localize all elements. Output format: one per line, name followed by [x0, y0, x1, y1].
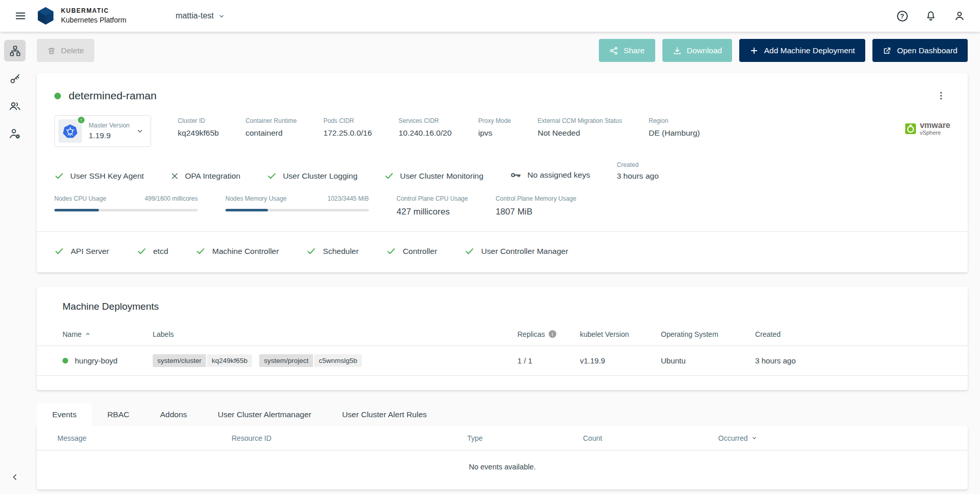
- brand-name: KUBERMATIC: [61, 7, 127, 15]
- download-button[interactable]: Download: [662, 39, 733, 62]
- members-icon: [9, 100, 21, 112]
- delete-button[interactable]: Delete: [37, 39, 94, 62]
- metric-nodes-memory: Nodes Memory Usage 1023/3445 MiB: [225, 195, 369, 211]
- info-container-runtime: Container Runtime containerd: [245, 115, 297, 138]
- master-version-value: 1.19.9: [89, 131, 130, 140]
- master-version-label: Master Version: [89, 122, 130, 129]
- project-selector[interactable]: mattia-test: [176, 11, 225, 20]
- top-navbar: KUBERMATIC Kubernetes Platform mattia-te…: [0, 0, 980, 32]
- sidebar-item-ssh-keys[interactable]: [4, 68, 26, 89]
- column-header-replicas: Replicas i: [517, 330, 580, 338]
- cluster-card: determined-raman ↑: [37, 73, 968, 272]
- health-scheduler: Scheduler: [306, 246, 359, 256]
- project-name: mattia-test: [176, 11, 214, 20]
- brand-subtitle: Kubernetes Platform: [61, 15, 127, 25]
- check-icon: [137, 246, 147, 256]
- help-icon[interactable]: ?: [893, 7, 911, 25]
- help-glyph: ?: [897, 11, 908, 22]
- deployment-created: 3 hours ago: [755, 356, 950, 365]
- column-header-operating-system: Operating System: [661, 330, 755, 338]
- open-dashboard-button[interactable]: Open Dashboard: [872, 39, 968, 62]
- deployment-replicas: 1 / 1: [517, 356, 580, 365]
- machine-deployment-row[interactable]: hungry-boyd system/cluster kq249kf65b sy…: [37, 346, 968, 376]
- clusters-icon: [9, 45, 21, 57]
- hamburger-menu-icon[interactable]: [11, 7, 30, 25]
- provider-product: vSphere: [920, 130, 950, 136]
- check-icon: [306, 246, 316, 256]
- check-icon: [196, 246, 205, 256]
- kubermatic-logo-icon: [36, 6, 55, 26]
- provider-vsphere-logo: vmware vSphere: [905, 115, 950, 136]
- column-header-count: Count: [583, 434, 718, 442]
- chevron-down-icon: [218, 13, 225, 19]
- health-machine-controller: Machine Controller: [196, 246, 279, 256]
- machine-deployments-card: Machine Deployments Name Labels Replicas…: [37, 287, 968, 390]
- deployment-name: hungry-boyd: [75, 356, 117, 365]
- left-sidebar: [0, 32, 30, 494]
- add-machine-deployment-button[interactable]: Add Machine Deployment: [739, 39, 865, 62]
- metric-control-plane-cpu: Control Plane CPU Usage 427 millicores: [397, 195, 468, 217]
- info-proxy-mode: Proxy Mode ipvs: [478, 115, 511, 138]
- plus-icon: [749, 46, 759, 55]
- column-header-name[interactable]: Name: [62, 330, 153, 338]
- column-header-type: Type: [467, 434, 583, 442]
- column-header-kubelet-version: kubelet Version: [580, 330, 661, 338]
- column-header-occurred[interactable]: Occurred: [718, 434, 950, 442]
- feature-opa-integration: OPA Integration: [171, 171, 240, 181]
- column-header-resource-id: Resource ID: [232, 434, 467, 442]
- sidebar-item-service-accounts[interactable]: [4, 123, 26, 144]
- machine-deployments-title: Machine Deployments: [62, 301, 968, 312]
- download-button-label: Download: [687, 46, 722, 55]
- vsphere-icon: [905, 123, 916, 134]
- chevron-down-icon: [136, 127, 143, 135]
- check-icon: [386, 246, 396, 256]
- check-icon: [384, 171, 394, 181]
- trash-icon: [47, 46, 56, 55]
- sidebar-collapse-button[interactable]: [4, 466, 26, 488]
- cluster-metrics-row: Nodes CPU Usage 499/1600 millicores Node…: [54, 195, 950, 217]
- cluster-features-row: User SSH Key Agent OPA Integration User …: [54, 161, 950, 181]
- health-user-controller-manager: User Controller Manager: [465, 246, 568, 256]
- sort-asc-icon: [85, 331, 91, 337]
- ssh-keys-status: No assigned keys: [510, 169, 590, 181]
- check-icon: [267, 171, 277, 181]
- tab-addons[interactable]: Addons: [144, 403, 202, 426]
- feature-user-cluster-logging: User Cluster Logging: [267, 171, 358, 181]
- label-chip: system/project c5wnmslg5b: [259, 354, 362, 367]
- master-version-dropdown[interactable]: ↑ Master Version 1.19.9: [54, 115, 151, 147]
- events-panel: Message Resource ID Type Count Occurred …: [37, 426, 968, 489]
- metric-control-plane-memory: Control Plane Memory Usage 1807 MiB: [495, 195, 576, 217]
- cluster-menu-kebab-icon[interactable]: [932, 87, 950, 105]
- deployment-kubelet-version: v1.19.9: [580, 356, 661, 365]
- check-icon: [54, 171, 64, 181]
- machine-deployments-table-header: Name Labels Replicas i kubelet Version O…: [37, 323, 968, 346]
- tab-user-cluster-alert-rules[interactable]: User Cluster Alert Rules: [327, 403, 442, 426]
- tab-rbac[interactable]: RBAC: [92, 403, 144, 426]
- service-accounts-icon: [9, 127, 21, 140]
- tab-user-cluster-alertmanager[interactable]: User Cluster Alertmanager: [202, 403, 327, 426]
- check-icon: [54, 246, 64, 256]
- external-link-icon: [883, 46, 892, 55]
- notifications-bell-icon[interactable]: [922, 7, 940, 25]
- share-button[interactable]: Share: [599, 39, 655, 62]
- user-account-icon[interactable]: [950, 7, 969, 25]
- ssh-key-icon: [9, 73, 21, 84]
- cluster-info-row: ↑ Master Version 1.19.9 Cluster ID kq249…: [54, 115, 950, 147]
- health-etcd: etcd: [137, 246, 168, 256]
- nodes-memory-progressbar: [225, 209, 369, 211]
- share-button-label: Share: [623, 46, 644, 55]
- sidebar-item-clusters[interactable]: [4, 40, 26, 61]
- cluster-created: Created 3 hours ago: [617, 161, 659, 181]
- events-empty-message: No events available.: [37, 450, 968, 471]
- info-cluster-id: Cluster ID kq249kf65b: [178, 115, 219, 138]
- feature-ssh-key-agent: User SSH Key Agent: [54, 171, 144, 181]
- column-header-labels: Labels: [153, 330, 517, 338]
- sidebar-item-members[interactable]: [4, 95, 26, 117]
- cluster-name: determined-raman: [69, 90, 157, 102]
- chevron-left-icon: [11, 473, 19, 481]
- main-content: Delete Share Download Add Machine Deploy…: [30, 32, 980, 494]
- add-machine-deployment-label: Add Machine Deployment: [764, 46, 855, 55]
- tab-events[interactable]: Events: [37, 403, 92, 426]
- share-icon: [609, 46, 618, 55]
- cluster-tabs: Events RBAC Addons User Cluster Alertman…: [37, 403, 968, 426]
